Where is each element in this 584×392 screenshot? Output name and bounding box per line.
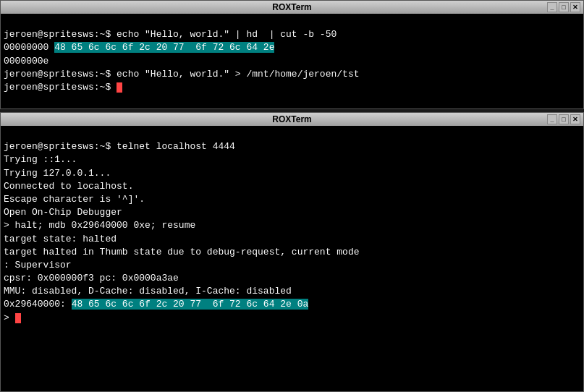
top-titlebar: ROXTerm _ □ ✕: [1, 1, 583, 14]
bottom-terminal-content: jeroen@spritesws:~$ telnet localhost 444…: [1, 126, 583, 339]
bottom-cursor: [15, 313, 21, 323]
bottom-line-10: : Supervisor: [4, 260, 72, 270]
top-line-5: jeroen@spritesws:~$: [4, 82, 122, 93]
bottom-line-9: target halted in Thumb state due to debu…: [4, 247, 359, 257]
bottom-line-1: jeroen@spritesws:~$ telnet localhost 444…: [4, 141, 235, 152]
top-title: ROXTerm: [272, 2, 311, 12]
bottom-window-buttons[interactable]: _ □ ✕: [547, 114, 580, 124]
bottom-line-2: Trying ::1...: [4, 154, 77, 165]
bottom-line-8: target state: halted: [4, 234, 117, 244]
top-window-buttons[interactable]: _ □ ✕: [547, 2, 580, 12]
bottom-terminal-window[interactable]: ROXTerm _ □ ✕ jeroen@spritesws:~$ telnet…: [0, 112, 584, 392]
bottom-titlebar: ROXTerm _ □ ✕: [1, 113, 583, 126]
top-terminal-content: jeroen@spritesws:~$ echo "Hello, world."…: [1, 14, 583, 108]
bottom-line-5: Escape character is '^]'.: [4, 194, 145, 205]
bottom-line-4: Connected to localhost.: [4, 181, 133, 192]
bottom-line-3: Trying 127.0.0.1...: [4, 168, 111, 179]
bottom-hex-highlight: 48 65 6c 6c 6f 2c 20 77 6f 72 6c 64 2e 0…: [72, 299, 309, 310]
minimize-button[interactable]: _: [547, 2, 557, 12]
top-terminal-window[interactable]: ROXTerm _ □ ✕ jeroen@spritesws:~$ echo "…: [0, 0, 584, 109]
top-cursor: [117, 82, 122, 93]
close-button[interactable]: ✕: [570, 2, 580, 12]
bottom-line-7: > halt; mdb 0x29640000 0xe; resume: [4, 220, 195, 231]
top-hex-highlight: 48 65 6c 6c 6f 2c 20 77 6f 72 6c 64 2e: [54, 42, 274, 53]
bottom-line-14: >: [4, 312, 21, 323]
bottom-line-12: MMU: disabled, D-Cache: disabled, I-Cach…: [4, 286, 292, 297]
bottom-line-6: Open On-Chip Debugger: [4, 207, 122, 218]
top-line-1: jeroen@spritesws:~$ echo "Hello, world."…: [4, 29, 337, 40]
top-line-2: 00000000 48 65 6c 6c 6f 2c 20 77 6f 72 6…: [4, 42, 274, 53]
bottom-maximize-button[interactable]: □: [559, 114, 569, 124]
maximize-button[interactable]: □: [559, 2, 569, 12]
bottom-line-13: 0x29640000: 48 65 6c 6c 6f 2c 20 77 6f 7…: [4, 299, 308, 310]
bottom-title: ROXTerm: [272, 114, 311, 124]
bottom-close-button[interactable]: ✕: [570, 114, 580, 124]
bottom-line-11: cpsr: 0x000000f3 pc: 0x0000a3ae: [4, 273, 179, 284]
bottom-minimize-button[interactable]: _: [547, 114, 557, 124]
top-line-4: jeroen@spritesws:~$ echo "Hello, world."…: [4, 69, 359, 80]
top-line-3: 0000000e: [4, 56, 48, 67]
